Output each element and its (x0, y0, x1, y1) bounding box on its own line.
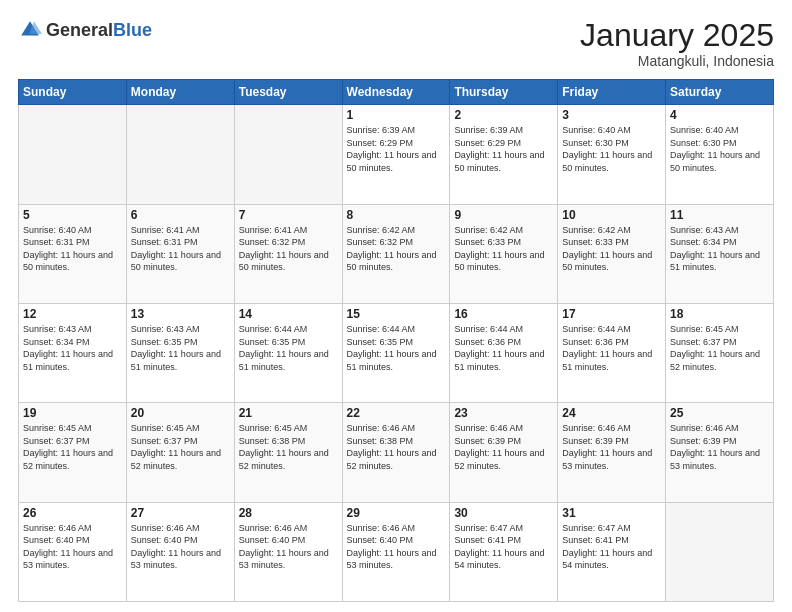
calendar-day-cell (19, 105, 127, 204)
calendar-week-row: 1Sunrise: 6:39 AMSunset: 6:29 PMDaylight… (19, 105, 774, 204)
logo-text: GeneralBlue (46, 21, 152, 40)
day-detail: Sunrise: 6:42 AMSunset: 6:33 PMDaylight:… (454, 224, 553, 274)
day-number: 10 (562, 208, 661, 222)
day-detail: Sunrise: 6:45 AMSunset: 6:38 PMDaylight:… (239, 422, 338, 472)
calendar-day-cell: 19Sunrise: 6:45 AMSunset: 6:37 PMDayligh… (19, 403, 127, 502)
calendar-day-cell: 24Sunrise: 6:46 AMSunset: 6:39 PMDayligh… (558, 403, 666, 502)
day-detail: Sunrise: 6:46 AMSunset: 6:38 PMDaylight:… (347, 422, 446, 472)
calendar-day-cell (126, 105, 234, 204)
day-detail: Sunrise: 6:45 AMSunset: 6:37 PMDaylight:… (23, 422, 122, 472)
day-number: 22 (347, 406, 446, 420)
day-detail: Sunrise: 6:44 AMSunset: 6:36 PMDaylight:… (454, 323, 553, 373)
day-detail: Sunrise: 6:43 AMSunset: 6:34 PMDaylight:… (23, 323, 122, 373)
calendar-day-cell: 12Sunrise: 6:43 AMSunset: 6:34 PMDayligh… (19, 303, 127, 402)
calendar-day-cell: 1Sunrise: 6:39 AMSunset: 6:29 PMDaylight… (342, 105, 450, 204)
day-number: 5 (23, 208, 122, 222)
day-detail: Sunrise: 6:46 AMSunset: 6:40 PMDaylight:… (347, 522, 446, 572)
day-number: 19 (23, 406, 122, 420)
calendar-day-cell: 11Sunrise: 6:43 AMSunset: 6:34 PMDayligh… (666, 204, 774, 303)
day-detail: Sunrise: 6:42 AMSunset: 6:32 PMDaylight:… (347, 224, 446, 274)
day-number: 3 (562, 108, 661, 122)
calendar-day-cell: 5Sunrise: 6:40 AMSunset: 6:31 PMDaylight… (19, 204, 127, 303)
day-number: 6 (131, 208, 230, 222)
calendar-day-cell (234, 105, 342, 204)
day-number: 25 (670, 406, 769, 420)
day-detail: Sunrise: 6:46 AMSunset: 6:40 PMDaylight:… (23, 522, 122, 572)
calendar-day-header: Friday (558, 80, 666, 105)
day-detail: Sunrise: 6:47 AMSunset: 6:41 PMDaylight:… (454, 522, 553, 572)
calendar-day-cell: 4Sunrise: 6:40 AMSunset: 6:30 PMDaylight… (666, 105, 774, 204)
day-number: 15 (347, 307, 446, 321)
calendar-day-cell (666, 502, 774, 601)
day-detail: Sunrise: 6:40 AMSunset: 6:31 PMDaylight:… (23, 224, 122, 274)
day-number: 28 (239, 506, 338, 520)
day-number: 13 (131, 307, 230, 321)
calendar-title: January 2025 (580, 18, 774, 53)
day-number: 18 (670, 307, 769, 321)
logo-icon (18, 18, 42, 42)
day-detail: Sunrise: 6:42 AMSunset: 6:33 PMDaylight:… (562, 224, 661, 274)
calendar-week-row: 26Sunrise: 6:46 AMSunset: 6:40 PMDayligh… (19, 502, 774, 601)
day-number: 2 (454, 108, 553, 122)
day-number: 7 (239, 208, 338, 222)
day-number: 29 (347, 506, 446, 520)
day-detail: Sunrise: 6:43 AMSunset: 6:35 PMDaylight:… (131, 323, 230, 373)
calendar-day-cell: 18Sunrise: 6:45 AMSunset: 6:37 PMDayligh… (666, 303, 774, 402)
day-number: 27 (131, 506, 230, 520)
calendar-day-header: Wednesday (342, 80, 450, 105)
day-number: 9 (454, 208, 553, 222)
calendar-header-row: SundayMondayTuesdayWednesdayThursdayFrid… (19, 80, 774, 105)
calendar-day-cell: 30Sunrise: 6:47 AMSunset: 6:41 PMDayligh… (450, 502, 558, 601)
calendar-day-cell: 22Sunrise: 6:46 AMSunset: 6:38 PMDayligh… (342, 403, 450, 502)
calendar-location: Matangkuli, Indonesia (580, 53, 774, 69)
day-number: 21 (239, 406, 338, 420)
calendar-day-header: Tuesday (234, 80, 342, 105)
day-detail: Sunrise: 6:46 AMSunset: 6:39 PMDaylight:… (670, 422, 769, 472)
day-detail: Sunrise: 6:45 AMSunset: 6:37 PMDaylight:… (131, 422, 230, 472)
calendar-day-cell: 13Sunrise: 6:43 AMSunset: 6:35 PMDayligh… (126, 303, 234, 402)
day-number: 8 (347, 208, 446, 222)
calendar-day-cell: 2Sunrise: 6:39 AMSunset: 6:29 PMDaylight… (450, 105, 558, 204)
day-number: 4 (670, 108, 769, 122)
calendar-day-header: Thursday (450, 80, 558, 105)
calendar-day-cell: 10Sunrise: 6:42 AMSunset: 6:33 PMDayligh… (558, 204, 666, 303)
day-detail: Sunrise: 6:41 AMSunset: 6:31 PMDaylight:… (131, 224, 230, 274)
day-detail: Sunrise: 6:46 AMSunset: 6:39 PMDaylight:… (562, 422, 661, 472)
calendar-day-cell: 29Sunrise: 6:46 AMSunset: 6:40 PMDayligh… (342, 502, 450, 601)
calendar-day-cell: 8Sunrise: 6:42 AMSunset: 6:32 PMDaylight… (342, 204, 450, 303)
day-detail: Sunrise: 6:40 AMSunset: 6:30 PMDaylight:… (562, 124, 661, 174)
day-detail: Sunrise: 6:44 AMSunset: 6:36 PMDaylight:… (562, 323, 661, 373)
calendar-day-cell: 6Sunrise: 6:41 AMSunset: 6:31 PMDaylight… (126, 204, 234, 303)
calendar-table: SundayMondayTuesdayWednesdayThursdayFrid… (18, 79, 774, 602)
calendar-day-cell: 31Sunrise: 6:47 AMSunset: 6:41 PMDayligh… (558, 502, 666, 601)
calendar-week-row: 5Sunrise: 6:40 AMSunset: 6:31 PMDaylight… (19, 204, 774, 303)
day-detail: Sunrise: 6:46 AMSunset: 6:40 PMDaylight:… (131, 522, 230, 572)
day-number: 1 (347, 108, 446, 122)
calendar-day-header: Saturday (666, 80, 774, 105)
calendar-day-cell: 3Sunrise: 6:40 AMSunset: 6:30 PMDaylight… (558, 105, 666, 204)
logo: GeneralBlue (18, 18, 152, 42)
day-detail: Sunrise: 6:45 AMSunset: 6:37 PMDaylight:… (670, 323, 769, 373)
calendar-day-cell: 20Sunrise: 6:45 AMSunset: 6:37 PMDayligh… (126, 403, 234, 502)
day-detail: Sunrise: 6:46 AMSunset: 6:40 PMDaylight:… (239, 522, 338, 572)
day-number: 16 (454, 307, 553, 321)
calendar-day-cell: 23Sunrise: 6:46 AMSunset: 6:39 PMDayligh… (450, 403, 558, 502)
calendar-day-cell: 25Sunrise: 6:46 AMSunset: 6:39 PMDayligh… (666, 403, 774, 502)
day-detail: Sunrise: 6:44 AMSunset: 6:35 PMDaylight:… (239, 323, 338, 373)
day-detail: Sunrise: 6:43 AMSunset: 6:34 PMDaylight:… (670, 224, 769, 274)
calendar-day-cell: 16Sunrise: 6:44 AMSunset: 6:36 PMDayligh… (450, 303, 558, 402)
day-detail: Sunrise: 6:39 AMSunset: 6:29 PMDaylight:… (454, 124, 553, 174)
day-number: 17 (562, 307, 661, 321)
calendar-day-cell: 27Sunrise: 6:46 AMSunset: 6:40 PMDayligh… (126, 502, 234, 601)
day-number: 12 (23, 307, 122, 321)
calendar-day-cell: 21Sunrise: 6:45 AMSunset: 6:38 PMDayligh… (234, 403, 342, 502)
day-detail: Sunrise: 6:44 AMSunset: 6:35 PMDaylight:… (347, 323, 446, 373)
day-number: 31 (562, 506, 661, 520)
calendar-day-cell: 28Sunrise: 6:46 AMSunset: 6:40 PMDayligh… (234, 502, 342, 601)
calendar-day-header: Monday (126, 80, 234, 105)
day-detail: Sunrise: 6:46 AMSunset: 6:39 PMDaylight:… (454, 422, 553, 472)
day-number: 26 (23, 506, 122, 520)
day-number: 30 (454, 506, 553, 520)
page: GeneralBlue January 2025 Matangkuli, Ind… (0, 0, 792, 612)
day-number: 14 (239, 307, 338, 321)
